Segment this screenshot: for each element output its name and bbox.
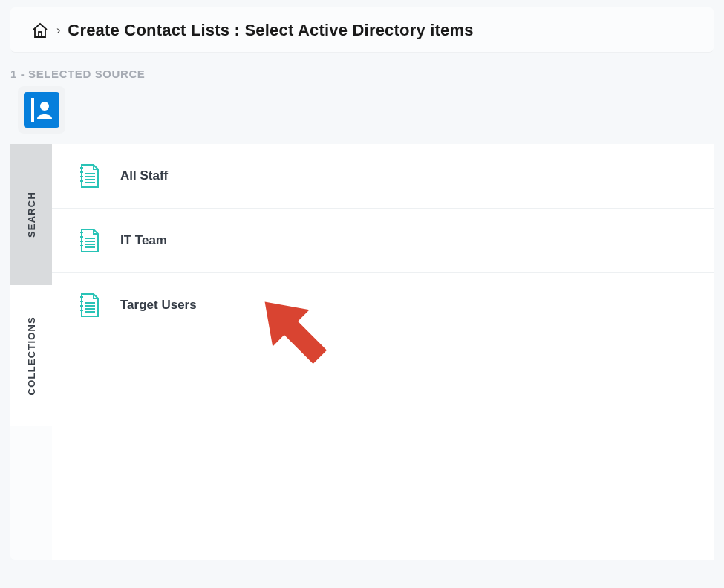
list-item[interactable]: Target Users xyxy=(52,273,714,337)
contact-book-icon xyxy=(24,92,59,128)
svg-rect-0 xyxy=(39,32,42,37)
breadcrumb: › Create Contact Lists : Select Active D… xyxy=(10,7,714,53)
collection-list: All Staff IT Team xyxy=(52,144,714,560)
workspace: SEARCH COLLECTIONS xyxy=(10,144,714,560)
list-item-label: All Staff xyxy=(120,169,168,183)
selected-source-card[interactable] xyxy=(18,86,65,134)
tab-search[interactable]: SEARCH xyxy=(10,144,52,285)
svg-point-2 xyxy=(40,102,49,111)
document-icon xyxy=(79,163,101,189)
page-title: Create Contact Lists : Select Active Dir… xyxy=(68,21,473,40)
list-item[interactable]: All Staff xyxy=(52,144,714,209)
chevron-right-icon: › xyxy=(56,24,60,37)
list-item-label: Target Users xyxy=(120,298,197,313)
tab-collections-label: COLLECTIONS xyxy=(26,316,37,395)
tab-search-label: SEARCH xyxy=(26,192,37,238)
tab-collections[interactable]: COLLECTIONS xyxy=(10,285,52,426)
list-item[interactable]: IT Team xyxy=(52,209,714,273)
home-icon[interactable] xyxy=(31,22,49,39)
svg-rect-1 xyxy=(31,98,34,122)
side-tabs: SEARCH COLLECTIONS xyxy=(10,144,52,560)
document-icon xyxy=(79,293,101,318)
step-label: 1 - SELECTED SOURCE xyxy=(10,68,724,80)
document-icon xyxy=(79,228,101,253)
list-item-label: IT Team xyxy=(120,233,167,248)
